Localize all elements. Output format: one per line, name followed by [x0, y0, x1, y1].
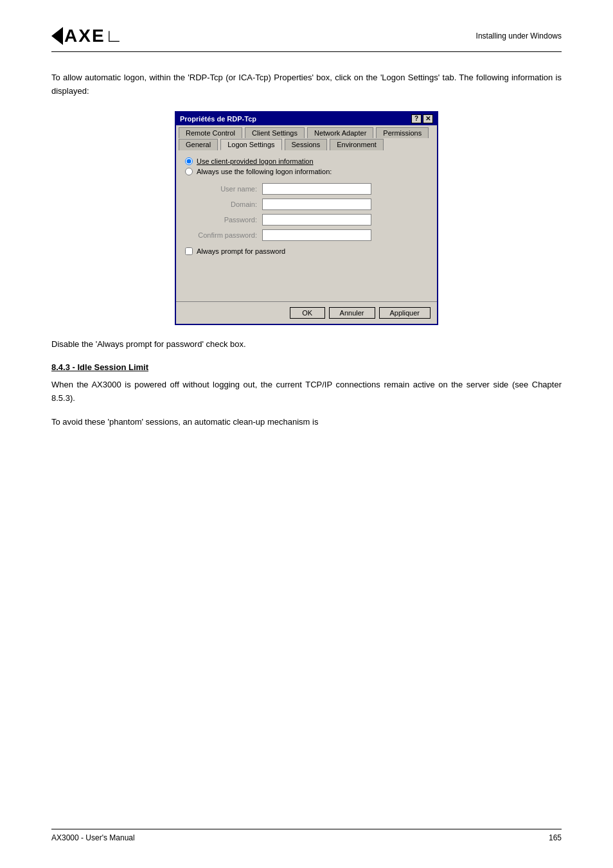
- form-fields: User name: Domain: Password: Confirm pas…: [191, 183, 428, 241]
- tabs-row2: General Logon Settings Sessions Environm…: [179, 139, 434, 150]
- tab-environment[interactable]: Environment: [330, 139, 384, 150]
- logo-text: ΑΧΕ∟: [64, 26, 124, 46]
- section-heading: 8.4.3 - Idle Session Limit: [51, 362, 562, 372]
- dialog-buttons: OK Annuler Appliquer: [176, 301, 437, 324]
- domain-label: Domain:: [191, 200, 262, 208]
- confirm-password-input[interactable]: [262, 229, 371, 241]
- radio-client-provided[interactable]: [185, 157, 193, 165]
- username-input[interactable]: [262, 183, 371, 195]
- tab-sessions[interactable]: Sessions: [285, 139, 328, 150]
- page-footer: AX3000 - User's Manual 165: [51, 829, 562, 842]
- logo: ΑΧΕ∟: [51, 26, 124, 46]
- tabs-container: Remote Control Client Settings Network A…: [176, 125, 437, 150]
- footer-left: AX3000 - User's Manual: [51, 833, 135, 842]
- radio-always-use[interactable]: [185, 168, 193, 175]
- radio-group: Use client-provided logon information Al…: [185, 157, 428, 175]
- field-row-password: Password:: [191, 214, 428, 226]
- domain-input[interactable]: [262, 199, 371, 210]
- field-row-confirm-password: Confirm password:: [191, 229, 428, 241]
- radio-client-label: Use client-provided logon information: [197, 157, 314, 165]
- password-label: Password:: [191, 216, 262, 224]
- section-paragraph-2: To avoid these 'phantom' sessions, an au…: [51, 416, 562, 429]
- tab-client-settings[interactable]: Client Settings: [245, 127, 305, 138]
- always-prompt-label: Always prompt for password: [197, 247, 285, 255]
- tabs-row1: Remote Control Client Settings Network A…: [179, 127, 434, 137]
- password-input[interactable]: [262, 214, 371, 226]
- help-button[interactable]: ?: [411, 114, 422, 123]
- intro-paragraph: To allow automatic logon, within the 'RD…: [51, 71, 562, 98]
- titlebar-buttons: ? ✕: [411, 114, 433, 123]
- footer-right: 165: [549, 833, 562, 842]
- empty-space: [185, 255, 428, 294]
- username-label: User name:: [191, 185, 262, 193]
- radio-item-always: Always use the following logon informati…: [185, 168, 428, 175]
- tab-remote-control[interactable]: Remote Control: [179, 127, 242, 138]
- dialog-content: Use client-provided logon information Al…: [176, 150, 437, 301]
- appliquer-button[interactable]: Appliquer: [379, 307, 431, 319]
- field-row-username: User name:: [191, 183, 428, 195]
- radio-always-label: Always use the following logon informati…: [197, 168, 332, 175]
- radio-item-client: Use client-provided logon information: [185, 157, 428, 165]
- checkbox-row-always-prompt: Always prompt for password: [185, 247, 428, 255]
- tab-permissions[interactable]: Permissions: [376, 127, 429, 138]
- header-subtitle: Installing under Windows: [476, 31, 562, 40]
- section-paragraph-1: When the AX3000 is powered off without l…: [51, 378, 562, 405]
- close-button[interactable]: ✕: [423, 114, 433, 123]
- dialog-box: Propriétés de RDP-Tcp ? ✕ Remote Control…: [175, 111, 438, 325]
- always-prompt-checkbox[interactable]: [185, 247, 193, 255]
- dialog-wrapper: Propriétés de RDP-Tcp ? ✕ Remote Control…: [51, 111, 562, 325]
- logo-triangle-icon: [51, 27, 63, 45]
- ok-button[interactable]: OK: [290, 307, 325, 319]
- dialog-titlebar: Propriétés de RDP-Tcp ? ✕: [176, 112, 437, 125]
- annuler-button[interactable]: Annuler: [329, 307, 375, 319]
- tab-logon-settings[interactable]: Logon Settings: [220, 139, 281, 150]
- page: ΑΧΕ∟ Installing under Windows To allow a…: [0, 0, 613, 868]
- field-row-domain: Domain:: [191, 199, 428, 210]
- dialog-title: Propriétés de RDP-Tcp: [180, 115, 256, 123]
- tab-general[interactable]: General: [179, 139, 218, 150]
- tab-network-adapter[interactable]: Network Adapter: [307, 127, 373, 138]
- page-header: ΑΧΕ∟ Installing under Windows: [51, 26, 562, 52]
- confirm-password-label: Confirm password:: [191, 231, 262, 239]
- after-dialog-text: Disable the 'Always prompt for password'…: [51, 338, 562, 351]
